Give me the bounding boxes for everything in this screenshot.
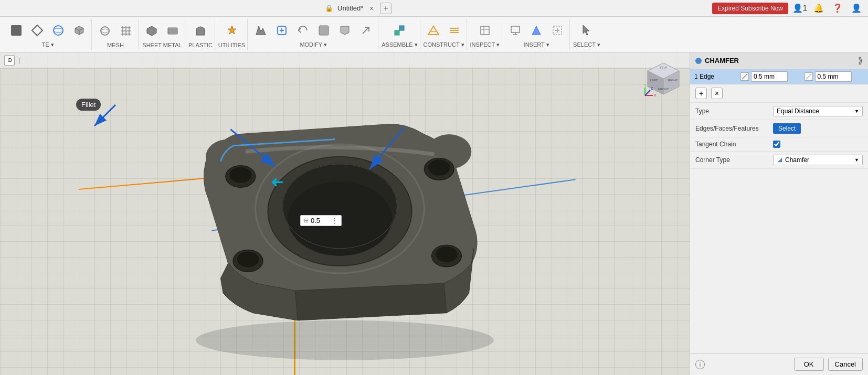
- select-toolbar-group: SELECT ▾: [571, 19, 602, 50]
- new-tab-button[interactable]: +: [380, 3, 391, 14]
- panel-icon: [695, 58, 702, 64]
- add-edge-button[interactable]: +: [695, 88, 707, 99]
- svg-text:TOP: TOP: [660, 66, 668, 70]
- mesh-button[interactable]: [95, 21, 115, 41]
- input-menu-icon[interactable]: ⋮: [331, 217, 338, 224]
- insert-1-button[interactable]: [505, 20, 525, 40]
- plastic-toolbar-group: PLASTIC: [186, 19, 215, 50]
- select-label[interactable]: SELECT ▾: [573, 41, 600, 48]
- type-row: Type Equal Distance ▼: [690, 103, 868, 120]
- edge-label: 1 Edge: [694, 73, 736, 80]
- svg-rect-4: [168, 28, 177, 34]
- svg-line-38: [645, 90, 650, 95]
- mesh2-button[interactable]: [116, 21, 136, 41]
- svg-point-22: [237, 251, 259, 267]
- edge-input-group-1: [740, 71, 800, 82]
- modify-2-button[interactable]: [272, 20, 292, 40]
- action-buttons: OK Cancel: [794, 358, 863, 371]
- sheet-metal-toolbar-group: SHEET METAL: [140, 19, 185, 50]
- corner-type-label: Corner Type: [695, 156, 769, 164]
- panel-spacer: [690, 169, 868, 353]
- type-value: Equal Distance: [777, 108, 819, 115]
- svg-rect-8: [399, 26, 404, 30]
- create-surface-button[interactable]: [27, 20, 47, 40]
- create-box-button[interactable]: [69, 20, 89, 40]
- construct-label[interactable]: CONSTRUCT ▾: [424, 41, 464, 48]
- edge-row: 1 Edge: [690, 69, 868, 84]
- svg-text:Z: Z: [651, 87, 653, 90]
- edge-input-group-2: [805, 71, 864, 82]
- remove-edge-button[interactable]: ×: [711, 88, 723, 99]
- plastic-label[interactable]: PLASTIC: [188, 42, 213, 48]
- create-label[interactable]: TE ▾: [41, 41, 54, 48]
- utilities-button[interactable]: [222, 21, 242, 41]
- titlebar-right: Expired Subscribe Now 👤1 🔔 ❓ 👤: [712, 1, 864, 16]
- assemble-label[interactable]: ASSEMBLE ▾: [382, 41, 417, 48]
- blue-arrow-indicator: [84, 100, 126, 142]
- ok-button[interactable]: OK: [794, 358, 824, 371]
- svg-rect-7: [395, 30, 399, 35]
- edge-value-1-input[interactable]: [751, 71, 788, 82]
- notification-button[interactable]: 🔔: [811, 1, 826, 16]
- tangent-chain-label: Tangent Chain: [695, 141, 769, 148]
- construct-2-button[interactable]: [444, 20, 464, 40]
- toolbar: TE ▾ MESH SHEET METAL: [0, 17, 868, 52]
- mesh-toolbar-group: MESH: [93, 19, 139, 50]
- modify-4-button[interactable]: [314, 20, 334, 40]
- sheet-metal-1-button[interactable]: [142, 21, 162, 41]
- svg-text:RIGHT: RIGHT: [668, 79, 678, 82]
- create-sphere-button[interactable]: [48, 20, 68, 40]
- sheet-metal-label[interactable]: SHEET METAL: [142, 42, 182, 48]
- create-solid-button[interactable]: [6, 20, 26, 40]
- inspect-label[interactable]: INSPECT ▾: [470, 41, 500, 48]
- account-button[interactable]: 👤: [849, 1, 864, 16]
- type-dropdown[interactable]: Equal Distance ▼: [773, 106, 863, 116]
- assemble-button[interactable]: [389, 20, 409, 40]
- mesh-label[interactable]: MESH: [107, 42, 124, 48]
- svg-rect-6: [319, 26, 329, 35]
- insert-label[interactable]: INSERT ▾: [524, 41, 549, 48]
- info-icon[interactable]: i: [695, 360, 705, 369]
- svg-text:➜: ➜: [271, 174, 284, 191]
- svg-point-24: [436, 247, 458, 262]
- titlebar-center: 🔒 Untitled* × +: [325, 3, 391, 14]
- modify-label[interactable]: MODIFY ▾: [300, 41, 327, 48]
- navigation-cube[interactable]: TOP RIGHT LEFT FRONT X Y Z: [642, 58, 684, 100]
- utilities-toolbar-group: UTILITIES: [216, 19, 248, 50]
- corner-type-dropdown[interactable]: Chamfer ▼: [773, 155, 863, 165]
- modify-6-button[interactable]: [356, 20, 376, 40]
- modify-5-button[interactable]: [335, 20, 355, 40]
- edge-value-2-input[interactable]: [815, 71, 852, 82]
- construct-toolbar-group: CONSTRUCT ▾: [421, 19, 467, 50]
- utilities-label[interactable]: UTILITIES: [218, 42, 245, 48]
- inspect-button[interactable]: [475, 20, 495, 40]
- panel-collapse-button[interactable]: ⟫: [858, 56, 863, 66]
- chamfer-input-box[interactable]: ⊞ ⋮: [300, 215, 342, 226]
- modify-1-button[interactable]: [251, 20, 271, 40]
- insert-2-button[interactable]: [526, 20, 546, 40]
- close-tab-button[interactable]: ×: [367, 4, 376, 13]
- svg-point-10: [196, 320, 494, 360]
- panel-title-area: CHAMFER: [695, 57, 739, 65]
- help-button[interactable]: ❓: [830, 1, 845, 16]
- plastic-button[interactable]: [190, 21, 210, 41]
- cancel-button[interactable]: Cancel: [828, 358, 863, 371]
- panel-header: CHAMFER ⟫: [690, 52, 868, 69]
- user-count-button[interactable]: 👤1: [792, 1, 807, 16]
- svg-text:LEFT: LEFT: [650, 79, 658, 82]
- svg-text:Y: Y: [644, 83, 647, 87]
- expired-subscribe-button[interactable]: Expired Subscribe Now: [712, 3, 788, 14]
- select-edges-button[interactable]: Select: [773, 123, 801, 134]
- create-toolbar-group: TE ▾: [4, 19, 92, 50]
- tangent-chain-checkbox[interactable]: [773, 141, 780, 148]
- corner-type-value: Chamfer: [785, 156, 809, 164]
- chamfer-value-input[interactable]: [311, 217, 329, 224]
- construct-1-button[interactable]: [424, 20, 443, 40]
- assemble-toolbar-group: ASSEMBLE ▾: [379, 19, 420, 50]
- lock-icon: 🔒: [325, 4, 333, 12]
- sheet-metal-2-button[interactable]: [163, 21, 183, 41]
- select-button[interactable]: [577, 20, 597, 40]
- insert-3-button[interactable]: [547, 20, 567, 40]
- viewport[interactable]: ⊙ |: [0, 52, 690, 375]
- modify-3-button[interactable]: [293, 20, 313, 40]
